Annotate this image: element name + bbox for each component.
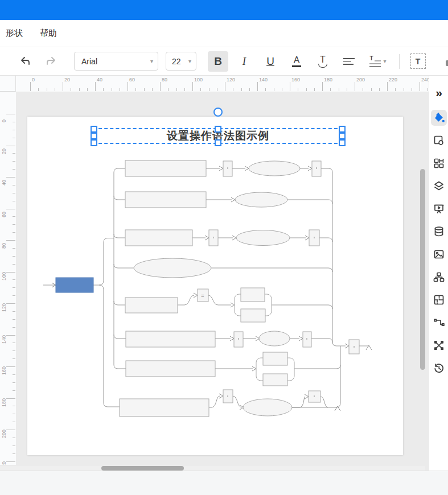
menu-shapes[interactable]: 形状	[6, 28, 23, 39]
canvas-area[interactable]: = 设置操作语法图示例	[16, 92, 429, 465]
choice-option-rect	[263, 374, 287, 386]
ruler-label: 0	[32, 77, 35, 82]
ruler-label: 140	[259, 77, 268, 82]
choice-option-rect	[263, 352, 287, 365]
selection-handle-tr[interactable]	[339, 126, 346, 133]
vertical-scrollbar-thumb[interactable]	[420, 169, 425, 370]
underline-icon: U	[266, 56, 274, 67]
undo-icon	[19, 55, 31, 68]
database-icon	[433, 226, 445, 237]
arrange-nodes-icon	[433, 340, 445, 351]
align-button[interactable]	[339, 51, 359, 72]
flow-rect	[126, 361, 215, 377]
equals-box-label: =	[201, 293, 204, 299]
presentation-icon	[433, 203, 445, 214]
selection-handle-ml[interactable]	[91, 133, 97, 139]
font-color-button[interactable]: A	[286, 51, 307, 72]
ruler-corner	[0, 76, 16, 92]
app-window: 形状 帮助 Arial ▾ 22 ▾ B I U A	[0, 0, 448, 495]
ruler-label: 60	[129, 77, 135, 82]
ruler-label: 100	[194, 77, 203, 82]
font-family-select[interactable]: Arial ▾	[74, 52, 158, 71]
toolbar: Arial ▾ 22 ▾ B I U A T	[0, 47, 448, 76]
sidebar-layers-button[interactable]	[431, 178, 447, 194]
ruler-label: 20	[64, 77, 70, 82]
sidebar-collapse-button[interactable]: »	[431, 84, 447, 100]
flow-ellipse	[235, 192, 287, 207]
redo-button[interactable]	[41, 51, 61, 72]
flow-rect	[125, 298, 178, 313]
sidebar-page-setup-button[interactable]	[431, 133, 447, 148]
sidebar-history-button[interactable]	[431, 360, 447, 376]
shapes-library-icon	[433, 158, 445, 169]
selection-handle-bl[interactable]	[91, 139, 97, 146]
floorplan-icon	[433, 294, 445, 306]
workspace: 020406080100120140160180200220240 020406…	[0, 76, 448, 471]
text-align-dropdown-button[interactable]: T ▾	[365, 51, 391, 72]
flow-shapes[interactable]	[120, 160, 359, 416]
flow-rect	[125, 160, 206, 176]
ruler-label: 160	[291, 77, 300, 82]
org-chart-icon	[433, 271, 445, 283]
selection-handle-tm[interactable]	[215, 126, 221, 133]
font-family-value: Arial	[81, 57, 97, 66]
ruler-label: 140	[1, 335, 7, 343]
ruler-label: 60	[1, 211, 7, 217]
selection-handle-tl[interactable]	[91, 126, 97, 133]
sidebar-fill-button[interactable]	[431, 110, 447, 126]
start-shape-blue[interactable]	[56, 278, 93, 292]
fill-bucket-icon	[433, 112, 445, 124]
menu-help[interactable]: 帮助	[40, 28, 57, 39]
drawing-page[interactable]: = 设置操作语法图示例	[27, 117, 403, 455]
sidebar-floorplan-button[interactable]	[431, 292, 447, 308]
ruler-label: 180	[324, 77, 332, 82]
bold-button[interactable]: B	[208, 51, 228, 72]
caret-down-icon: ▾	[150, 58, 153, 64]
ruler-label: 0	[1, 119, 7, 122]
sidebar-org-chart-button[interactable]	[431, 269, 447, 285]
font-size-select[interactable]: 22 ▾	[166, 52, 196, 71]
choice-option-rect	[241, 288, 265, 302]
font-color-icon: A	[292, 56, 301, 67]
flow-ellipse	[134, 258, 211, 278]
italic-button[interactable]: I	[234, 51, 254, 72]
selection-handle-br[interactable]	[339, 139, 346, 146]
bold-icon: B	[214, 56, 222, 67]
sidebar-arrange-button[interactable]	[431, 337, 447, 353]
sidebar-image-button[interactable]	[431, 246, 447, 262]
textbox-button[interactable]: T	[408, 51, 428, 72]
caret-down-icon: ▾	[188, 58, 191, 64]
right-sidebar: »	[429, 76, 448, 471]
history-icon	[433, 362, 445, 374]
flow-ellipse	[249, 161, 300, 176]
ruler-label: 180	[1, 398, 7, 406]
flow-ellipse	[243, 399, 292, 416]
sidebar-connector-button[interactable]	[431, 315, 447, 331]
horizontal-scrollbar-thumb[interactable]	[101, 466, 184, 471]
undo-button[interactable]	[15, 51, 35, 72]
rotation-handle[interactable]	[213, 108, 223, 117]
flow-rect	[126, 331, 215, 347]
text-style-button[interactable]: T	[313, 51, 333, 72]
textbox-icon: T	[410, 53, 426, 69]
ruler-label: 40	[1, 180, 7, 185]
italic-icon: I	[243, 56, 246, 67]
ruler-label: 80	[162, 77, 167, 82]
page-setup-icon	[433, 135, 445, 146]
sidebar-presentation-button[interactable]	[431, 201, 447, 217]
underline-button[interactable]: U	[260, 51, 281, 72]
layers-icon	[433, 180, 445, 192]
connector-icon	[433, 317, 445, 328]
sidebar-shapes-library-button[interactable]	[431, 155, 447, 171]
sidebar-data-button[interactable]	[431, 224, 447, 240]
selection-handle-bm[interactable]	[215, 139, 221, 146]
flow-rect	[125, 230, 192, 246]
flow-rect	[125, 192, 206, 208]
ruler-label: 120	[1, 303, 7, 312]
text-style-icon: T	[318, 55, 327, 68]
ruler-horizontal: 020406080100120140160180200220240	[0, 76, 429, 92]
ruler-label: 40	[97, 77, 102, 82]
redo-icon	[45, 55, 57, 68]
selection-handle-mr[interactable]	[339, 133, 346, 139]
syntax-diagram[interactable]: =	[27, 117, 403, 455]
